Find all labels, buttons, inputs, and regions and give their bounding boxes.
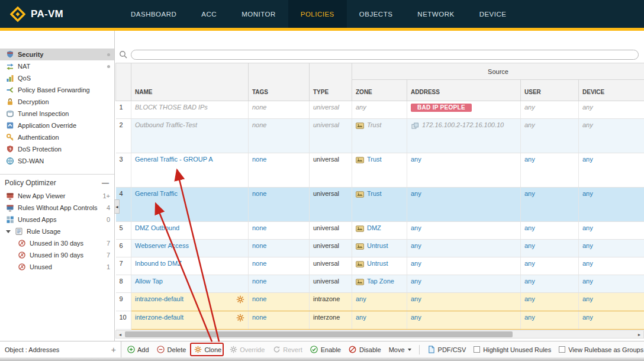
user-link[interactable]: any bbox=[524, 278, 535, 285]
revert-button[interactable]: Revert bbox=[272, 346, 302, 354]
disable-button[interactable]: Disable bbox=[349, 346, 381, 354]
user-link[interactable]: any bbox=[524, 104, 535, 111]
zone-link[interactable]: Tap Zone bbox=[367, 278, 394, 285]
nav-acc[interactable]: ACC bbox=[189, 0, 229, 28]
horizontal-scrollbar[interactable]: ◄ ► bbox=[115, 330, 644, 339]
rule-tags[interactable]: none bbox=[252, 314, 266, 321]
column-header-number[interactable] bbox=[116, 63, 131, 101]
address-link[interactable]: any bbox=[411, 156, 421, 163]
rule-name-link[interactable]: Webserver Access bbox=[135, 242, 189, 249]
nav-monitor[interactable]: MONITOR bbox=[229, 0, 288, 28]
add-button[interactable]: Add bbox=[127, 346, 149, 354]
plus-icon[interactable]: + bbox=[111, 346, 116, 354]
pdf-csv-button[interactable]: PDF/CSV bbox=[427, 346, 466, 354]
optimizer-item-unused-in-30-days[interactable]: Unused in 30 days7 bbox=[0, 237, 114, 249]
rule-tags[interactable]: none bbox=[252, 278, 266, 285]
sidebar-item-sd-wan[interactable]: SD-WAN bbox=[0, 155, 114, 167]
rule-name-link[interactable]: Outbound Traffic-Test bbox=[135, 121, 197, 128]
optimizer-item-rules-without-app-controls[interactable]: Rules Without App Controls4 bbox=[0, 202, 114, 214]
sidebar-item-decryption[interactable]: Decryption bbox=[0, 96, 114, 108]
zone-link[interactable]: Untrust bbox=[367, 260, 388, 267]
checkbox-box[interactable] bbox=[559, 346, 565, 353]
user-link[interactable]: any bbox=[524, 190, 535, 197]
nav-device[interactable]: DEVICE bbox=[467, 0, 519, 28]
column-header-zone[interactable]: ZONE bbox=[352, 80, 407, 101]
column-header-user[interactable]: USER bbox=[521, 80, 579, 101]
enable-button[interactable]: Enable bbox=[310, 346, 341, 354]
column-header-type[interactable]: TYPE bbox=[310, 63, 352, 101]
delete-button[interactable]: Delete bbox=[157, 346, 186, 354]
address-link[interactable]: any bbox=[411, 224, 421, 231]
device-link[interactable]: any bbox=[582, 260, 593, 267]
sidebar-item-security[interactable]: Security bbox=[0, 49, 114, 60]
user-link[interactable]: any bbox=[524, 121, 535, 128]
zone-link[interactable]: Untrust bbox=[367, 242, 388, 249]
zone-link[interactable]: Trust bbox=[367, 156, 382, 163]
rule-name-link[interactable]: intrazone-default bbox=[135, 295, 183, 302]
sidebar-item-authentication[interactable]: Authentication bbox=[0, 131, 114, 143]
object-selector-bar[interactable]: Object : Addresses + bbox=[0, 341, 121, 357]
device-link[interactable]: any bbox=[582, 295, 593, 302]
address-range[interactable]: 172.16.100.2-172.16.100.10 bbox=[422, 121, 504, 128]
rule-name-link[interactable]: General Traffic bbox=[135, 190, 178, 197]
minus-icon[interactable]: — bbox=[102, 179, 109, 186]
rule-tags[interactable]: none bbox=[252, 156, 266, 163]
nav-network[interactable]: NETWORK bbox=[405, 0, 466, 28]
rule-row-6[interactable]: 6Webserver AccessnoneuniversalUntrustany… bbox=[116, 240, 644, 257]
override-button[interactable]: Override bbox=[229, 346, 265, 354]
checkbox-box[interactable] bbox=[474, 346, 480, 353]
rule-row-4[interactable]: 4General TrafficnoneuniversalTrustanyany… bbox=[116, 188, 644, 222]
rule-name-link[interactable]: General Traffic - GROUP A bbox=[135, 156, 213, 163]
user-link[interactable]: any bbox=[524, 260, 535, 267]
zone-link[interactable]: any bbox=[356, 295, 366, 302]
rule-row-8[interactable]: 8Allow TapnoneuniversalTap Zoneanyanyany bbox=[116, 275, 644, 293]
user-link[interactable]: any bbox=[524, 295, 535, 302]
rule-row-9[interactable]: 9intrazone-defaultnoneintrazoneanyanyany… bbox=[116, 293, 644, 311]
user-link[interactable]: any bbox=[524, 224, 535, 231]
optimizer-item-rule-usage[interactable]: Rule Usage bbox=[0, 225, 114, 237]
search-input[interactable] bbox=[131, 50, 639, 60]
zone-link[interactable]: DMZ bbox=[367, 224, 381, 231]
rule-tags[interactable]: none bbox=[252, 104, 266, 111]
sidebar-item-application-override[interactable]: Application Override bbox=[0, 120, 114, 131]
nav-policies[interactable]: POLICIES bbox=[288, 0, 347, 28]
rule-row-2[interactable]: 2Outbound Traffic-TestnoneuniversalTrust… bbox=[116, 119, 644, 153]
address-link[interactable]: any bbox=[411, 278, 421, 285]
sidebar-item-dos-protection[interactable]: DoS Protection bbox=[0, 143, 114, 155]
rule-name-link[interactable]: Inbound to DMZ bbox=[135, 260, 182, 267]
user-link[interactable]: any bbox=[524, 314, 535, 321]
column-header-name[interactable]: NAME bbox=[131, 63, 249, 101]
column-header-device[interactable]: DEVICE bbox=[579, 80, 644, 101]
device-link[interactable]: any bbox=[582, 190, 593, 197]
rule-name-link[interactable]: DMZ Outbound bbox=[135, 224, 179, 231]
sidebar-item-nat[interactable]: NAT bbox=[0, 60, 114, 72]
scroll-right-icon[interactable]: ► bbox=[635, 331, 643, 339]
sidebar-item-qos[interactable]: QoS bbox=[0, 72, 114, 84]
zone-link[interactable]: Trust bbox=[367, 121, 381, 128]
rule-row-5[interactable]: 5DMZ OutboundnoneuniversalDMZanyanyany bbox=[116, 222, 644, 240]
sidebar-item-policy-based-forwarding[interactable]: Policy Based Forwarding bbox=[0, 84, 114, 96]
zone-link[interactable]: any bbox=[356, 314, 366, 321]
optimizer-item-unused-apps[interactable]: Unused Apps0 bbox=[0, 214, 114, 225]
rule-tags[interactable]: none bbox=[252, 121, 266, 128]
device-link[interactable]: any bbox=[582, 156, 593, 163]
device-link[interactable]: any bbox=[582, 278, 593, 285]
optimizer-item-unused-in-90-days[interactable]: Unused in 90 days7 bbox=[0, 249, 114, 261]
rule-tags[interactable]: none bbox=[252, 260, 266, 267]
rule-row-1[interactable]: 1BLOCK THOSE BAD IPsnoneuniversalanyBAD … bbox=[116, 101, 644, 119]
scroll-left-icon[interactable]: ◄ bbox=[116, 331, 124, 339]
rule-name-link[interactable]: Allow Tap bbox=[135, 278, 163, 285]
column-header-tags[interactable]: TAGS bbox=[249, 63, 310, 101]
device-link[interactable]: any bbox=[582, 224, 593, 231]
rule-name-link[interactable]: interzone-default bbox=[135, 314, 183, 321]
move-button[interactable]: Move bbox=[389, 346, 411, 353]
sidebar-collapse-handle[interactable]: ◄ bbox=[114, 199, 120, 214]
address-link[interactable]: any bbox=[411, 314, 421, 321]
device-link[interactable]: any bbox=[582, 104, 593, 111]
device-link[interactable]: any bbox=[582, 314, 593, 321]
rule-row-10[interactable]: 10interzone-defaultnoneinterzoneanyanyan… bbox=[116, 311, 644, 330]
user-link[interactable]: any bbox=[524, 156, 535, 163]
rule-row-3[interactable]: 3General Traffic - GROUP AnoneuniversalT… bbox=[116, 153, 644, 188]
chevron-down-icon[interactable] bbox=[6, 230, 11, 233]
address-link[interactable]: any bbox=[411, 190, 421, 197]
